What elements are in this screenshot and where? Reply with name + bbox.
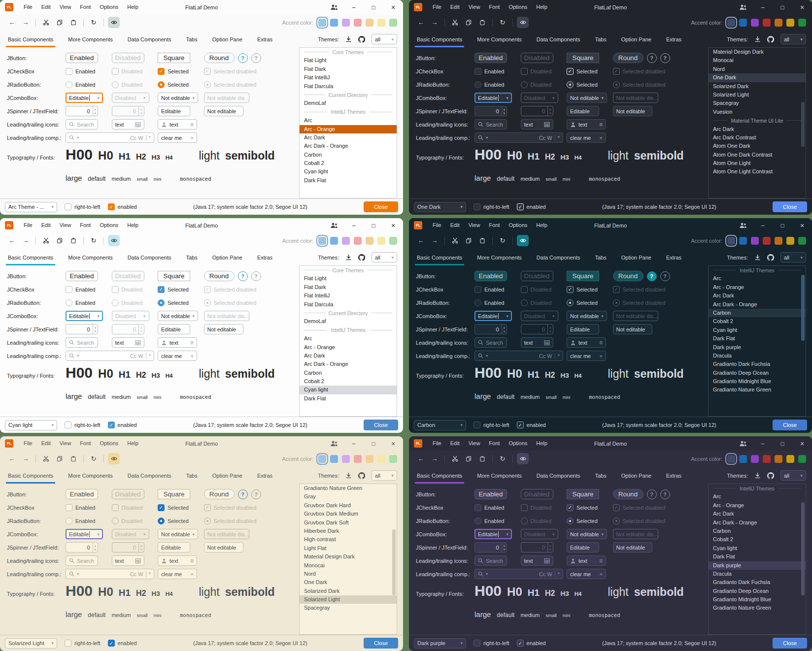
theme-list-item[interactable]: Arc Dark xyxy=(709,292,806,300)
editable-combobox[interactable]: Editable▾ xyxy=(474,311,512,321)
regex-icon[interactable]: * xyxy=(558,571,560,577)
spinner[interactable]: 0▴▾ xyxy=(66,542,98,553)
refresh-icon[interactable]: ↻ xyxy=(88,235,100,246)
theme-list-item[interactable]: Gradianto Deep Ocean xyxy=(709,369,806,377)
list-scrollbar-thumb[interactable] xyxy=(801,102,805,147)
theme-list-item[interactable]: Flat Light xyxy=(300,56,397,65)
chevron-down-icon[interactable]: ▾ xyxy=(77,354,79,358)
theme-list-item[interactable]: Material Design Dark xyxy=(709,48,806,56)
tab-more-components[interactable]: More Components xyxy=(67,468,114,484)
theme-list-item[interactable]: Cyan light xyxy=(300,386,397,394)
close-button[interactable]: Close xyxy=(773,420,807,430)
refresh-icon[interactable]: ↻ xyxy=(497,453,508,464)
theme-list-item[interactable]: Arc Dark - Orange xyxy=(709,300,806,309)
search-with-options-input[interactable]: ▾ Cc W * xyxy=(66,132,154,143)
copy-icon[interactable] xyxy=(54,17,66,28)
whole-word-icon[interactable]: W xyxy=(138,353,143,359)
github-icon[interactable] xyxy=(358,472,365,479)
theme-list-item[interactable]: Gray xyxy=(300,492,397,501)
accent-swatch[interactable] xyxy=(342,455,350,463)
menu-edit[interactable]: Edit xyxy=(446,436,464,451)
menu-file[interactable]: File xyxy=(428,218,446,232)
spinner-arrows[interactable]: ▴▾ xyxy=(502,543,507,552)
search-with-options-input[interactable]: ▾ Cc W * xyxy=(474,351,563,361)
help-button[interactable]: ? xyxy=(238,53,248,63)
accent-swatch[interactable] xyxy=(354,19,362,27)
github-icon[interactable] xyxy=(358,254,365,261)
right-to-left-checkbox[interactable]: right-to-left xyxy=(474,422,509,428)
theme-list-item[interactable]: Dark Flat xyxy=(300,394,397,403)
accent-swatch[interactable] xyxy=(751,455,759,463)
checkbox-selected[interactable]: ✓ xyxy=(567,286,574,293)
show-hidden-eye-icon[interactable] xyxy=(108,17,120,28)
theme-select[interactable]: Solarized Light ▾ xyxy=(5,638,57,649)
theme-list-item[interactable]: Flat Light xyxy=(300,274,397,283)
checkbox-selected[interactable]: ✓ xyxy=(517,203,524,210)
tab-extras[interactable]: Extras xyxy=(256,468,273,484)
clear-me-input[interactable]: clear me × xyxy=(158,132,197,143)
theme-list-item[interactable]: Gradianto Midnight Blue xyxy=(709,377,806,386)
checkbox[interactable] xyxy=(65,422,71,428)
theme-list-item[interactable]: Gradianto Deep Ocean xyxy=(709,587,806,595)
theme-list-item[interactable]: Dark purple xyxy=(709,561,806,570)
list-scrollbar-thumb[interactable] xyxy=(392,529,396,595)
enabled-button[interactable]: Enabled xyxy=(66,271,98,281)
tab-option-pane[interactable]: Option Pane xyxy=(620,250,652,265)
radio-selected[interactable] xyxy=(567,518,574,524)
square-button[interactable]: Square xyxy=(158,53,190,63)
checkbox-selected[interactable]: ✓ xyxy=(517,640,524,647)
menu-edit[interactable]: Edit xyxy=(37,218,55,232)
theme-list-item[interactable]: Atom One Dark Contrast xyxy=(709,151,806,159)
match-case-icon[interactable]: Cc xyxy=(130,571,136,577)
users-icon[interactable] xyxy=(324,218,344,232)
menu-edit[interactable]: Edit xyxy=(37,436,55,451)
theme-list-item[interactable]: Flat Darcula xyxy=(300,300,397,309)
checkbox[interactable] xyxy=(474,422,480,428)
theme-list-item[interactable]: Arc Dark xyxy=(709,125,806,133)
theme-list-item[interactable]: Arc Dark xyxy=(300,352,397,360)
search-with-options-input[interactable]: ▾ Cc W * xyxy=(66,351,154,361)
download-icon[interactable] xyxy=(754,472,761,479)
checkbox-selected[interactable]: ✓ xyxy=(108,640,115,647)
users-icon[interactable] xyxy=(733,218,753,232)
menu-font[interactable]: Font xyxy=(75,218,95,232)
spinner[interactable]: 0▴▾ xyxy=(66,324,98,334)
regex-icon[interactable]: * xyxy=(149,571,151,577)
theme-list-item[interactable]: Flat IntelliJ xyxy=(300,292,397,300)
whole-word-icon[interactable]: W xyxy=(547,571,552,577)
checkbox-selected[interactable]: ✓ xyxy=(517,422,524,428)
paste-icon[interactable] xyxy=(68,453,79,464)
editable-textfield[interactable]: Editable xyxy=(158,106,190,116)
tab-basic-components[interactable]: Basic Components xyxy=(416,32,463,47)
back-icon[interactable]: ← xyxy=(415,17,427,28)
checkbox-selected[interactable]: ✓ xyxy=(158,504,165,511)
theme-list-item[interactable]: Nord xyxy=(300,570,397,578)
refresh-icon[interactable]: ↻ xyxy=(88,17,100,28)
search-input[interactable]: Search xyxy=(474,337,507,348)
themes-filter-select[interactable]: all ▾ xyxy=(372,34,397,44)
theme-list-item[interactable]: Gruvbox Dark Soft xyxy=(300,519,397,527)
theme-list-item[interactable]: Light Flat xyxy=(300,544,397,553)
theme-select[interactable]: Arc Theme - ... ▾ xyxy=(5,202,57,212)
themes-filter-select[interactable]: all ▾ xyxy=(372,252,397,262)
close-button[interactable]: Close xyxy=(773,638,807,649)
accent-swatch[interactable] xyxy=(751,237,759,245)
cut-icon[interactable] xyxy=(449,235,461,246)
paste-icon[interactable] xyxy=(68,235,79,246)
enabled-button[interactable]: Enabled xyxy=(474,53,507,63)
regex-icon[interactable]: * xyxy=(149,135,151,141)
search-input[interactable]: Search xyxy=(66,119,98,130)
theme-list-item[interactable]: Dracula xyxy=(709,352,806,360)
tab-extras[interactable]: Extras xyxy=(256,32,273,47)
radio[interactable] xyxy=(474,81,481,88)
theme-list-item[interactable]: Arc - Orange xyxy=(300,343,397,352)
maximize-button[interactable]: □ xyxy=(773,436,792,451)
tab-extras[interactable]: Extras xyxy=(665,468,682,484)
radio[interactable] xyxy=(66,81,72,88)
theme-list-item[interactable]: Dark Flat xyxy=(709,334,806,343)
menu-view[interactable]: View xyxy=(55,218,76,232)
menu-file[interactable]: File xyxy=(19,436,37,451)
minimize-button[interactable]: – xyxy=(344,436,364,451)
chevron-down-icon[interactable]: ▾ xyxy=(486,354,488,358)
enabled-button[interactable]: Enabled xyxy=(474,271,507,281)
